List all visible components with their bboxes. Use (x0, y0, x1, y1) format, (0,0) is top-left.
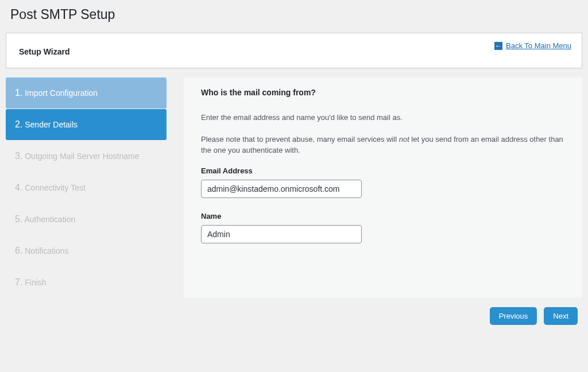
name-label: Name (201, 212, 565, 220)
name-field[interactable] (201, 225, 362, 243)
email-field[interactable] (201, 180, 362, 198)
step-label: Authentication (24, 215, 75, 224)
wizard-content: Who is the mail coming from? Enter the e… (184, 78, 582, 298)
step-sender-details[interactable]: 2. Sender Details (6, 109, 167, 140)
wizard-buttons: Previous Next (6, 307, 582, 325)
content-heading: Who is the mail coming from? (201, 88, 565, 97)
step-label: Finish (25, 278, 46, 287)
content-intro: Enter the email address and name you'd l… (201, 112, 565, 123)
note-em: not (399, 135, 409, 144)
step-label: Connectivity Test (25, 183, 86, 192)
card-title: Setup Wizard (19, 47, 569, 56)
step-connectivity-test[interactable]: 4. Connectivity Test (6, 172, 167, 203)
step-label: Sender Details (25, 120, 78, 129)
step-finish[interactable]: 7. Finish (6, 267, 167, 298)
step-label: Outgoing Mail Server Hostname (25, 152, 139, 161)
back-link-label: Back To Main Menu (506, 41, 571, 50)
step-number: 7. (15, 277, 22, 287)
note-text-pre: Please note that to prevent abuse, many … (201, 135, 399, 144)
step-outgoing-mail-server[interactable]: 3. Outgoing Mail Server Hostname (6, 141, 167, 172)
step-import-configuration[interactable]: 1. Import Configuration (6, 78, 167, 108)
step-label: Notifications (25, 246, 68, 255)
step-number: 6. (15, 246, 22, 255)
step-number: 5. (15, 214, 22, 224)
step-number: 1. (15, 88, 22, 98)
back-arrow-icon: ← (494, 42, 502, 50)
step-number: 3. (15, 151, 22, 161)
step-authentication[interactable]: 5. Authentication (6, 204, 167, 235)
step-label: Import Configuration (25, 88, 98, 98)
step-number: 2. (15, 119, 22, 129)
wizard-steps: 1. Import Configuration 2. Sender Detail… (6, 78, 167, 298)
previous-button[interactable]: Previous (490, 307, 537, 325)
page-title: Post SMTP Setup (6, 0, 582, 33)
back-to-main-menu-link[interactable]: ← Back To Main Menu (494, 41, 571, 50)
next-button[interactable]: Next (544, 307, 578, 325)
wizard-body: 1. Import Configuration 2. Sender Detail… (6, 78, 582, 298)
wizard-card: ← Back To Main Menu Setup Wizard (6, 33, 582, 68)
step-notifications[interactable]: 6. Notifications (6, 235, 167, 266)
email-label: Email Address (201, 166, 565, 175)
content-note: Please note that to prevent abuse, many … (201, 134, 565, 156)
step-number: 4. (15, 183, 22, 192)
